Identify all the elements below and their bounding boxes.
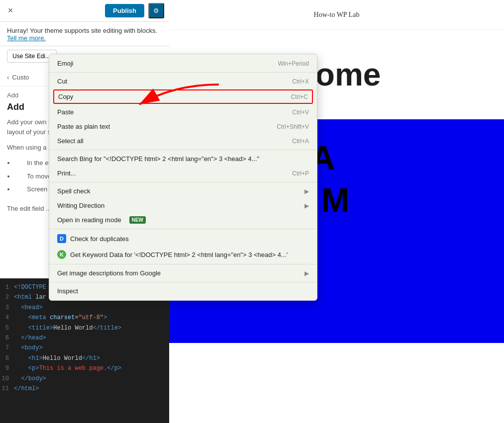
paste-plain-shortcut: Ctrl+Shift+V bbox=[277, 123, 309, 130]
menu-item-spell-check[interactable]: Spell check ▶ bbox=[49, 184, 317, 198]
submenu-arrow-writing: ▶ bbox=[304, 202, 309, 209]
line-content-6: </head> bbox=[14, 333, 46, 343]
spell-check-label: Spell check bbox=[57, 187, 90, 195]
paste-shortcut: Ctrl+V bbox=[292, 109, 309, 116]
menu-item-search-bing[interactable]: Search Bing for "<!DOCTYPE html> 2 <html… bbox=[49, 152, 317, 166]
copy-label: Copy bbox=[58, 93, 73, 100]
line-num-3: 3 bbox=[0, 303, 14, 313]
submenu-arrow-spell: ▶ bbox=[304, 188, 309, 195]
keyword-left: K Get Keyword Data for '<!DOCTYPE html> … bbox=[57, 250, 288, 259]
divider-2 bbox=[49, 150, 317, 150]
menu-item-cut[interactable]: Cut Ctrl+X bbox=[49, 74, 317, 88]
paste-label: Paste bbox=[57, 108, 74, 116]
cut-shortcut: Ctrl+X bbox=[292, 78, 309, 85]
publish-gear-button[interactable]: ⚙ bbox=[148, 3, 164, 18]
print-label: Print... bbox=[57, 169, 76, 177]
wp-notice: Hurray! Your theme supports site editing… bbox=[0, 22, 169, 46]
reading-mode-left: Open in reading mode NEW bbox=[57, 216, 146, 224]
chevron-left-icon: ‹ bbox=[7, 74, 9, 81]
sidebar-back-label: Custo bbox=[12, 74, 29, 81]
line-content-5: <title>Hello World</title> bbox=[14, 323, 121, 333]
line-num-6: 6 bbox=[0, 333, 14, 343]
line-content-8: <h1>Hello World</h1> bbox=[14, 353, 100, 363]
menu-item-paste-plain[interactable]: Paste as plain text Ctrl+Shift+V bbox=[49, 119, 317, 134]
cut-label: Cut bbox=[57, 78, 67, 85]
emoji-label: Emoji bbox=[57, 60, 74, 67]
menu-item-select-all[interactable]: Select all Ctrl+A bbox=[49, 134, 317, 148]
paste-plain-label: Paste as plain text bbox=[57, 123, 110, 130]
menu-item-emoji[interactable]: Emoji Win+Period bbox=[49, 56, 317, 71]
divider-1 bbox=[49, 72, 317, 73]
check-dup-left: D Check for duplicates bbox=[57, 234, 129, 243]
line-num-1: 1 bbox=[0, 282, 14, 292]
publish-label: Publish bbox=[113, 7, 136, 14]
select-all-label: Select all bbox=[57, 137, 84, 145]
search-bing-label: Search Bing for "<!DOCTYPE html> 2 <html… bbox=[57, 155, 259, 163]
divider-6 bbox=[49, 282, 317, 282]
menu-item-inspect[interactable]: Inspect bbox=[49, 284, 317, 298]
code-line-7: 7 <body> bbox=[0, 343, 169, 353]
keyword-label: Get Keyword Data for '<!DOCTYPE html> 2 … bbox=[70, 251, 288, 258]
code-line-11: 11 </html> bbox=[0, 384, 169, 394]
code-line-4: 4 <meta charset="utf-8"> bbox=[0, 313, 169, 323]
code-line-3: 3 <head> bbox=[0, 303, 169, 313]
line-content-7: <body> bbox=[14, 343, 43, 353]
inspect-label: Inspect bbox=[57, 287, 78, 295]
select-all-shortcut: Ctrl+A bbox=[292, 138, 309, 145]
keyword-icon: K bbox=[57, 250, 66, 259]
check-dup-label: Check for duplicates bbox=[70, 235, 129, 243]
code-line-6: 6 </head> bbox=[0, 333, 169, 343]
context-menu: Emoji Win+Period Cut Ctrl+X Copy Ctrl+C … bbox=[49, 54, 317, 301]
menu-item-check-dup[interactable]: D Check for duplicates bbox=[49, 231, 317, 247]
tell-me-more-link[interactable]: Tell me more. bbox=[7, 34, 46, 42]
writing-dir-label: Writing Direction bbox=[57, 202, 104, 209]
check-dup-icon: D bbox=[57, 234, 66, 243]
line-num-5: 5 bbox=[0, 323, 14, 333]
line-content-11: </html> bbox=[14, 384, 39, 394]
line-num-4: 4 bbox=[0, 313, 14, 323]
line-content-3: <head> bbox=[14, 303, 43, 313]
line-content-2: <html lar bbox=[14, 292, 46, 302]
line-num-8: 8 bbox=[0, 353, 14, 363]
line-content-4: <meta charset="utf-8"> bbox=[14, 313, 107, 323]
emoji-shortcut: Win+Period bbox=[278, 60, 309, 67]
reading-mode-label: Open in reading mode bbox=[57, 216, 121, 224]
divider-4 bbox=[49, 229, 317, 229]
menu-item-image-desc[interactable]: Get image descriptions from Google ▶ bbox=[49, 266, 317, 280]
menu-item-keyword[interactable]: K Get Keyword Data for '<!DOCTYPE html> … bbox=[49, 247, 317, 262]
publish-button[interactable]: Publish bbox=[105, 4, 144, 17]
menu-item-reading-mode[interactable]: Open in reading mode NEW bbox=[49, 213, 317, 227]
gear-icon: ⚙ bbox=[153, 7, 159, 14]
menu-item-paste[interactable]: Paste Ctrl+V bbox=[49, 105, 317, 119]
line-num-7: 7 bbox=[0, 343, 14, 353]
print-shortcut: Ctrl+P bbox=[292, 170, 309, 177]
preview-header: How-to WP Lab bbox=[169, 0, 504, 30]
image-desc-label: Get image descriptions from Google bbox=[57, 269, 161, 277]
site-name: How-to WP Lab bbox=[314, 11, 360, 19]
code-line-10: 10 </body> bbox=[0, 374, 169, 384]
divider-5 bbox=[49, 264, 317, 264]
line-num-2: 2 bbox=[0, 292, 14, 302]
code-line-9: 9 <p>This is a web page.</p> bbox=[0, 363, 169, 373]
line-content-10: </body> bbox=[14, 374, 46, 384]
menu-item-copy[interactable]: Copy Ctrl+C bbox=[53, 89, 313, 104]
line-content-9: <p>This is a web page.</p> bbox=[14, 363, 121, 373]
menu-item-print[interactable]: Print... Ctrl+P bbox=[49, 166, 317, 180]
close-button[interactable]: × bbox=[5, 5, 16, 16]
line-num-11: 11 bbox=[0, 384, 14, 394]
notice-text: Hurray! Your theme supports site editing… bbox=[7, 27, 157, 34]
new-badge: NEW bbox=[129, 216, 146, 224]
line-num-9: 9 bbox=[0, 363, 14, 373]
divider-3 bbox=[49, 182, 317, 182]
copy-shortcut: Ctrl+C bbox=[291, 93, 308, 100]
line-num-10: 10 bbox=[0, 374, 14, 384]
menu-item-writing-dir[interactable]: Writing Direction ▶ bbox=[49, 198, 317, 213]
code-line-5: 5 <title>Hello World</title> bbox=[0, 323, 169, 333]
submenu-arrow-image: ▶ bbox=[304, 270, 309, 277]
wp-topbar: × Publish ⚙ bbox=[0, 0, 169, 22]
code-line-8: 8 <h1>Hello World</h1> bbox=[0, 353, 169, 363]
